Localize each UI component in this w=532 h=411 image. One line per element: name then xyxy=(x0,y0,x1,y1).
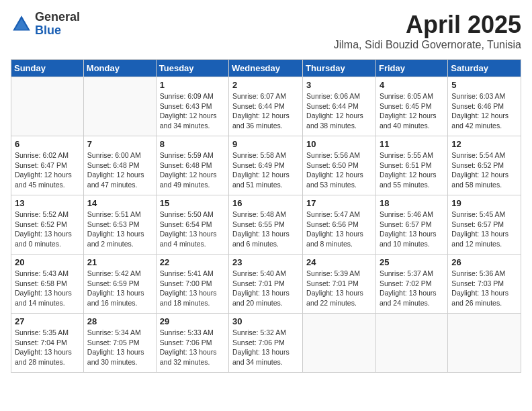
calendar-cell: 6Sunrise: 6:02 AM Sunset: 6:47 PM Daylig… xyxy=(11,136,84,195)
day-info: Sunrise: 6:09 AM Sunset: 6:43 PM Dayligh… xyxy=(160,91,225,131)
day-header-thursday: Thursday xyxy=(303,60,376,77)
day-info: Sunrise: 5:36 AM Sunset: 7:03 PM Dayligh… xyxy=(451,269,517,308)
day-number: 26 xyxy=(451,257,517,267)
day-info: Sunrise: 5:45 AM Sunset: 6:57 PM Dayligh… xyxy=(451,210,517,249)
calendar-cell: 24Sunrise: 5:39 AM Sunset: 7:01 PM Dayli… xyxy=(303,255,376,314)
day-header-sunday: Sunday xyxy=(11,60,84,77)
week-row-3: 13Sunrise: 5:52 AM Sunset: 6:52 PM Dayli… xyxy=(11,195,521,255)
day-number: 18 xyxy=(380,198,444,208)
week-row-4: 20Sunrise: 5:43 AM Sunset: 6:58 PM Dayli… xyxy=(11,255,521,314)
day-info: Sunrise: 5:43 AM Sunset: 6:58 PM Dayligh… xyxy=(15,269,80,308)
day-header-friday: Friday xyxy=(375,60,447,77)
logo-general-text: General xyxy=(35,11,80,24)
day-number: 11 xyxy=(380,139,444,149)
week-row-5: 27Sunrise: 5:35 AM Sunset: 7:04 PM Dayli… xyxy=(11,314,521,373)
day-info: Sunrise: 5:34 AM Sunset: 7:05 PM Dayligh… xyxy=(87,328,152,367)
day-info: Sunrise: 5:58 AM Sunset: 6:49 PM Dayligh… xyxy=(232,150,299,190)
day-number: 4 xyxy=(380,80,444,90)
day-number: 23 xyxy=(232,257,299,267)
day-info: Sunrise: 6:05 AM Sunset: 6:45 PM Dayligh… xyxy=(380,91,444,131)
day-number: 12 xyxy=(451,139,517,149)
calendar-cell: 2Sunrise: 6:07 AM Sunset: 6:44 PM Daylig… xyxy=(229,77,303,136)
calendar-cell xyxy=(375,314,447,373)
month-title: April 2025 xyxy=(334,11,521,39)
title-block: April 2025 Jilma, Sidi Bouzid Governorat… xyxy=(334,11,521,51)
day-number: 6 xyxy=(15,139,80,149)
calendar-cell: 25Sunrise: 5:37 AM Sunset: 7:02 PM Dayli… xyxy=(375,255,447,314)
day-number: 27 xyxy=(15,316,80,326)
calendar-cell: 14Sunrise: 5:51 AM Sunset: 6:53 PM Dayli… xyxy=(83,195,156,255)
calendar-cell xyxy=(303,314,376,373)
calendar-cell: 9Sunrise: 5:58 AM Sunset: 6:49 PM Daylig… xyxy=(229,136,303,195)
calendar-cell: 28Sunrise: 5:34 AM Sunset: 7:05 PM Dayli… xyxy=(83,314,156,373)
calendar-table: SundayMondayTuesdayWednesdayThursdayFrid… xyxy=(11,59,521,373)
calendar-cell: 30Sunrise: 5:32 AM Sunset: 7:06 PM Dayli… xyxy=(229,314,303,373)
day-info: Sunrise: 6:03 AM Sunset: 6:46 PM Dayligh… xyxy=(451,91,517,131)
logo-blue-text: Blue xyxy=(35,24,80,38)
day-info: Sunrise: 5:47 AM Sunset: 6:56 PM Dayligh… xyxy=(306,210,372,249)
day-info: Sunrise: 5:40 AM Sunset: 7:01 PM Dayligh… xyxy=(232,269,299,308)
calendar-cell: 1Sunrise: 6:09 AM Sunset: 6:43 PM Daylig… xyxy=(156,77,228,136)
day-info: Sunrise: 5:35 AM Sunset: 7:04 PM Dayligh… xyxy=(15,328,80,367)
day-header-tuesday: Tuesday xyxy=(156,60,228,77)
day-number: 16 xyxy=(232,198,299,208)
day-info: Sunrise: 5:56 AM Sunset: 6:50 PM Dayligh… xyxy=(306,150,372,190)
day-number: 19 xyxy=(451,198,517,208)
day-number: 14 xyxy=(87,198,152,208)
day-info: Sunrise: 5:33 AM Sunset: 7:06 PM Dayligh… xyxy=(160,328,225,367)
day-info: Sunrise: 5:37 AM Sunset: 7:02 PM Dayligh… xyxy=(380,269,444,308)
day-number: 10 xyxy=(306,139,372,149)
day-info: Sunrise: 5:46 AM Sunset: 6:57 PM Dayligh… xyxy=(380,210,444,249)
week-row-2: 6Sunrise: 6:02 AM Sunset: 6:47 PM Daylig… xyxy=(11,136,521,195)
calendar-cell: 29Sunrise: 5:33 AM Sunset: 7:06 PM Dayli… xyxy=(156,314,228,373)
day-info: Sunrise: 5:50 AM Sunset: 6:54 PM Dayligh… xyxy=(160,210,225,249)
day-info: Sunrise: 5:41 AM Sunset: 7:00 PM Dayligh… xyxy=(160,269,225,308)
calendar-cell: 17Sunrise: 5:47 AM Sunset: 6:56 PM Dayli… xyxy=(303,195,376,255)
day-number: 17 xyxy=(306,198,372,208)
location-title: Jilma, Sidi Bouzid Governorate, Tunisia xyxy=(334,39,521,51)
calendar-cell: 8Sunrise: 5:59 AM Sunset: 6:48 PM Daylig… xyxy=(156,136,228,195)
day-info: Sunrise: 5:32 AM Sunset: 7:06 PM Dayligh… xyxy=(232,328,299,367)
day-number: 3 xyxy=(306,80,372,90)
calendar-cell: 21Sunrise: 5:42 AM Sunset: 6:59 PM Dayli… xyxy=(83,255,156,314)
day-number: 30 xyxy=(232,316,299,326)
logo: General Blue xyxy=(11,11,80,38)
day-number: 5 xyxy=(451,80,517,90)
calendar-cell: 15Sunrise: 5:50 AM Sunset: 6:54 PM Dayli… xyxy=(156,195,228,255)
calendar-cell: 18Sunrise: 5:46 AM Sunset: 6:57 PM Dayli… xyxy=(375,195,447,255)
day-number: 1 xyxy=(160,80,225,90)
day-info: Sunrise: 5:48 AM Sunset: 6:55 PM Dayligh… xyxy=(232,210,299,249)
day-number: 20 xyxy=(15,257,80,267)
calendar-cell: 27Sunrise: 5:35 AM Sunset: 7:04 PM Dayli… xyxy=(11,314,84,373)
day-number: 25 xyxy=(380,257,444,267)
day-info: Sunrise: 5:59 AM Sunset: 6:48 PM Dayligh… xyxy=(160,150,225,190)
day-info: Sunrise: 6:07 AM Sunset: 6:44 PM Dayligh… xyxy=(232,91,299,131)
calendar-cell: 23Sunrise: 5:40 AM Sunset: 7:01 PM Dayli… xyxy=(229,255,303,314)
calendar-cell: 13Sunrise: 5:52 AM Sunset: 6:52 PM Dayli… xyxy=(11,195,84,255)
day-header-saturday: Saturday xyxy=(448,60,521,77)
day-info: Sunrise: 6:02 AM Sunset: 6:47 PM Dayligh… xyxy=(15,150,80,190)
day-info: Sunrise: 5:54 AM Sunset: 6:52 PM Dayligh… xyxy=(451,150,517,190)
calendar-cell: 19Sunrise: 5:45 AM Sunset: 6:57 PM Dayli… xyxy=(448,195,521,255)
day-info: Sunrise: 5:39 AM Sunset: 7:01 PM Dayligh… xyxy=(306,269,372,308)
day-info: Sunrise: 5:55 AM Sunset: 6:51 PM Dayligh… xyxy=(380,150,444,190)
day-header-wednesday: Wednesday xyxy=(229,60,303,77)
day-info: Sunrise: 5:51 AM Sunset: 6:53 PM Dayligh… xyxy=(87,210,152,249)
calendar-cell: 7Sunrise: 6:00 AM Sunset: 6:48 PM Daylig… xyxy=(83,136,156,195)
calendar-cell: 12Sunrise: 5:54 AM Sunset: 6:52 PM Dayli… xyxy=(448,136,521,195)
calendar-cell: 20Sunrise: 5:43 AM Sunset: 6:58 PM Dayli… xyxy=(11,255,84,314)
day-number: 22 xyxy=(160,257,225,267)
calendar-cell xyxy=(448,314,521,373)
day-number: 21 xyxy=(87,257,152,267)
week-row-1: 1Sunrise: 6:09 AM Sunset: 6:43 PM Daylig… xyxy=(11,77,521,136)
calendar-cell: 4Sunrise: 6:05 AM Sunset: 6:45 PM Daylig… xyxy=(375,77,447,136)
day-number: 28 xyxy=(87,316,152,326)
calendar-cell xyxy=(11,77,84,136)
calendar-cell: 11Sunrise: 5:55 AM Sunset: 6:51 PM Dayli… xyxy=(375,136,447,195)
day-info: Sunrise: 5:42 AM Sunset: 6:59 PM Dayligh… xyxy=(87,269,152,308)
day-info: Sunrise: 6:06 AM Sunset: 6:44 PM Dayligh… xyxy=(306,91,372,131)
day-number: 29 xyxy=(160,316,225,326)
day-number: 2 xyxy=(232,80,299,90)
calendar-cell: 16Sunrise: 5:48 AM Sunset: 6:55 PM Dayli… xyxy=(229,195,303,255)
day-header-monday: Monday xyxy=(83,60,156,77)
